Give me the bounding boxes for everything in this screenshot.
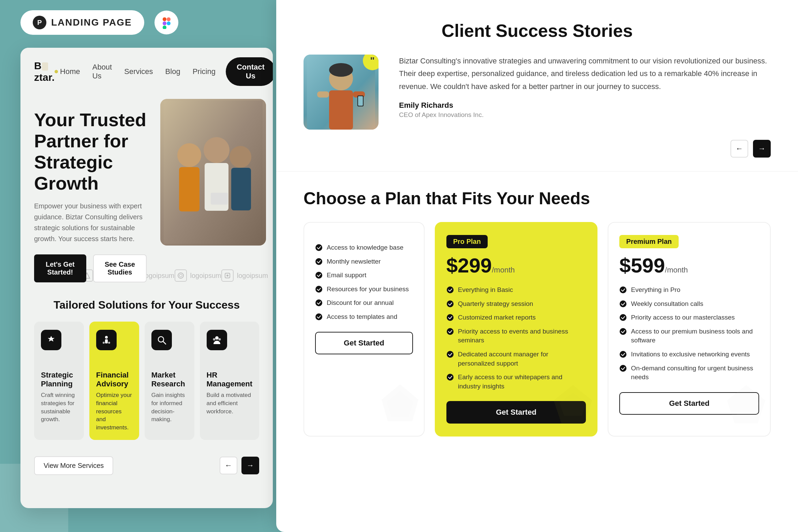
nav-link-services[interactable]: Services — [124, 67, 153, 76]
logo-text-5: logoipsum — [237, 272, 268, 280]
testimonial-section: Client Success Stories — [276, 0, 798, 172]
logo-icon-4 — [175, 269, 187, 282]
svg-point-48 — [447, 300, 454, 307]
svg-point-56 — [620, 328, 626, 335]
services-nav-arrows: ← → — [220, 457, 259, 474]
check-icon — [446, 351, 454, 358]
svg-point-52 — [447, 374, 454, 381]
check-icon — [619, 300, 627, 308]
premium-feature-5: Invitations to exclusive networking even… — [619, 350, 759, 359]
nav-link-home[interactable]: Home — [55, 67, 80, 76]
svg-point-24 — [105, 336, 108, 339]
svg-point-20 — [178, 273, 183, 278]
svg-rect-3 — [163, 26, 166, 29]
service-desc-hr: Build a motivated and efficient workforc… — [207, 391, 252, 415]
testimonial-company: CEO of Apex Innovations Inc. — [399, 111, 771, 119]
nav-logo: Bztar. — [34, 60, 55, 83]
svg-rect-12 — [211, 193, 228, 205]
basic-feature-1: Access to knowledge base — [315, 243, 413, 252]
service-name-market: Market Research — [151, 371, 188, 388]
basic-feature-3: Email support — [315, 271, 413, 280]
left-card: Bztar. Home About Us Services Blog Prici… — [20, 48, 273, 508]
check-icon — [315, 258, 323, 265]
svg-point-32 — [218, 338, 221, 341]
hero-section: Your Trusted Partner for Strategic Growt… — [20, 95, 273, 259]
logo-icon-5 — [221, 269, 234, 282]
testimonial-content: " Biztar Consulting's innovative strateg… — [304, 55, 771, 130]
pro-features: Everything in Basic Quarterly strategy s… — [446, 285, 586, 391]
svg-point-35 — [329, 63, 353, 77]
svg-rect-40 — [358, 96, 363, 106]
testimonial-quote: Biztar Consulting's innovative strategie… — [399, 55, 771, 93]
plan-card-pro: Pro Plan $299/month Everything in Basic … — [435, 222, 598, 437]
case-studies-button[interactable]: See Case Studies — [93, 254, 147, 282]
view-more-services-button[interactable]: View More Services — [34, 456, 113, 475]
svg-point-21 — [179, 274, 182, 277]
svg-rect-37 — [317, 91, 329, 98]
svg-point-57 — [620, 351, 626, 358]
nav-links: Home About Us Services Blog Pricing — [55, 63, 216, 80]
premium-price: $599/month — [619, 254, 759, 277]
svg-point-50 — [447, 328, 454, 335]
testimonial-title: Client Success Stories — [304, 20, 771, 41]
svg-point-8 — [204, 137, 230, 163]
premium-price-period: /month — [665, 266, 688, 274]
svg-point-42 — [315, 258, 322, 265]
pricing-cards: Access to knowledge base Monthly newslet… — [304, 222, 771, 437]
logo-text-4: logoipsum — [190, 272, 221, 280]
testimonial-next-button[interactable]: → — [753, 140, 771, 158]
svg-point-45 — [315, 299, 322, 306]
hero-image — [160, 99, 266, 246]
pro-price: $299/month — [446, 254, 586, 277]
svg-point-30 — [215, 336, 219, 340]
pricing-title: Choose a Plan that Fits Your Needs — [304, 189, 771, 208]
nav-link-pricing[interactable]: Pricing — [193, 67, 216, 76]
hero-buttons: Let's Get Started! See Case Studies — [34, 254, 147, 282]
check-icon — [315, 271, 323, 279]
check-icon — [619, 314, 627, 321]
basic-get-started-button[interactable]: Get Started — [315, 332, 413, 354]
service-desc-financial: Optimize your financial resources and in… — [96, 391, 132, 432]
premium-feature-4: Access to our premium business tools and… — [619, 327, 759, 345]
service-name-financial: Financial Advisory — [96, 371, 132, 388]
svg-point-27 — [108, 342, 110, 344]
svg-point-53 — [620, 286, 626, 293]
plan-card-premium: Premium Plan $599/month Everything in Pr… — [608, 222, 771, 437]
testimonial-author: Emily Richards — [399, 101, 771, 110]
testimonial-prev-button[interactable]: ← — [730, 140, 748, 158]
check-icon — [315, 299, 323, 307]
contact-us-button[interactable]: Contact Us — [226, 57, 273, 86]
logo-text-3: logoipsum — [143, 272, 174, 280]
check-icon — [446, 286, 454, 294]
service-card-strategic: Strategic Planning Craft winning strateg… — [34, 322, 84, 440]
service-card-market: Market Research Gain insights for inform… — [145, 322, 194, 440]
svg-point-46 — [315, 313, 322, 320]
services-title: Tailored Solutions for Your Success — [34, 299, 259, 311]
logo-item-4: logoipsum — [175, 269, 221, 282]
pro-feature-2: Quarterly strategy session — [446, 299, 586, 309]
basic-feature-5: Discount for our annual — [315, 298, 413, 308]
testimonial-nav: ← → — [304, 140, 771, 158]
hero-text: Your Trusted Partner for Strategic Growt… — [34, 109, 147, 282]
services-grid: Strategic Planning Craft winning strateg… — [34, 322, 259, 440]
hero-title: Your Trusted Partner for Strategic Growt… — [34, 109, 147, 194]
svg-rect-7 — [179, 167, 200, 211]
svg-point-26 — [103, 342, 105, 344]
premium-feature-1: Everything in Pro — [619, 285, 759, 295]
check-icon — [315, 244, 323, 251]
check-icon — [446, 373, 454, 381]
check-icon — [619, 328, 627, 335]
services-next-button[interactable]: → — [241, 457, 259, 474]
testimonial-image: " — [304, 55, 379, 130]
svg-point-47 — [447, 286, 454, 293]
pricing-section: Choose a Plan that Fits Your Needs Acces… — [276, 172, 798, 454]
nav-link-about[interactable]: About Us — [92, 63, 112, 80]
figma-icon[interactable] — [154, 11, 178, 34]
logo-item-5: logoipsum — [221, 269, 268, 282]
get-started-button[interactable]: Let's Get Started! — [34, 254, 86, 282]
svg-point-31 — [213, 338, 215, 341]
services-prev-button[interactable]: ← — [220, 457, 237, 474]
nav-link-blog[interactable]: Blog — [165, 67, 180, 76]
plan-bg-icon-basic — [369, 381, 425, 437]
svg-point-4 — [167, 21, 171, 25]
